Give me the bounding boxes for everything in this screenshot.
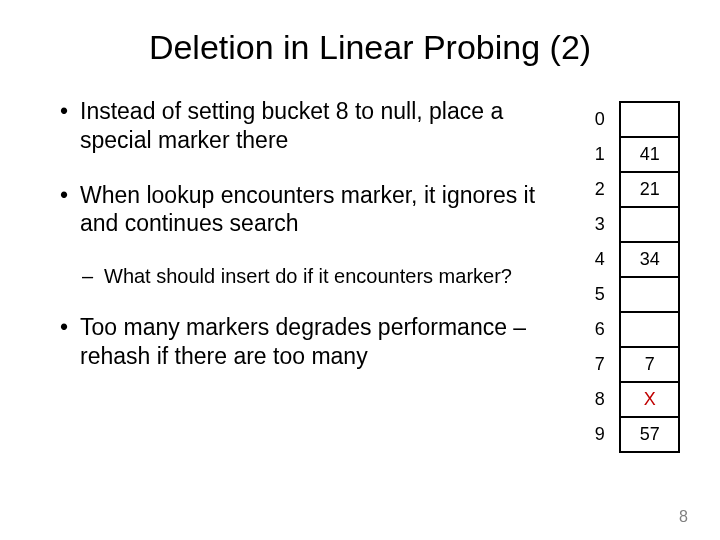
row-value: 7 (620, 347, 679, 382)
row-index: 9 (580, 417, 620, 452)
content-area: Instead of setting bucket 8 to null, pla… (60, 97, 680, 453)
row-value: 57 (620, 417, 679, 452)
row-value (620, 207, 679, 242)
row-value (620, 277, 679, 312)
page-number: 8 (679, 508, 688, 526)
row-index: 0 (580, 102, 620, 137)
table-row: 77 (580, 347, 679, 382)
row-index: 4 (580, 242, 620, 277)
table-row: 8X (580, 382, 679, 417)
bullet-2: When lookup encounters marker, it ignore… (60, 181, 562, 239)
table-row: 434 (580, 242, 679, 277)
row-index: 8 (580, 382, 620, 417)
row-value (620, 312, 679, 347)
table-column: 0 141 221 3 434 5 6 77 8X 957 (580, 97, 680, 453)
row-index: 2 (580, 172, 620, 207)
row-index: 7 (580, 347, 620, 382)
row-index: 5 (580, 277, 620, 312)
table-row: 5 (580, 277, 679, 312)
row-value (620, 102, 679, 137)
text-column: Instead of setting bucket 8 to null, pla… (60, 97, 580, 453)
bullet-3: Too many markers degrades performance – … (60, 313, 562, 371)
bullet-1: Instead of setting bucket 8 to null, pla… (60, 97, 562, 155)
table-row: 3 (580, 207, 679, 242)
table-row: 221 (580, 172, 679, 207)
row-value: 34 (620, 242, 679, 277)
row-value: 41 (620, 137, 679, 172)
slide: Deletion in Linear Probing (2) Instead o… (0, 0, 720, 540)
row-index: 6 (580, 312, 620, 347)
table-row: 6 (580, 312, 679, 347)
table-row: 141 (580, 137, 679, 172)
row-value-marker: X (620, 382, 679, 417)
row-value: 21 (620, 172, 679, 207)
slide-title: Deletion in Linear Probing (2) (60, 28, 680, 67)
table-row: 957 (580, 417, 679, 452)
table-row: 0 (580, 102, 679, 137)
bullet-2-sub: What should insert do if it encounters m… (60, 264, 562, 289)
row-index: 3 (580, 207, 620, 242)
hash-table: 0 141 221 3 434 5 6 77 8X 957 (580, 101, 680, 453)
row-index: 1 (580, 137, 620, 172)
